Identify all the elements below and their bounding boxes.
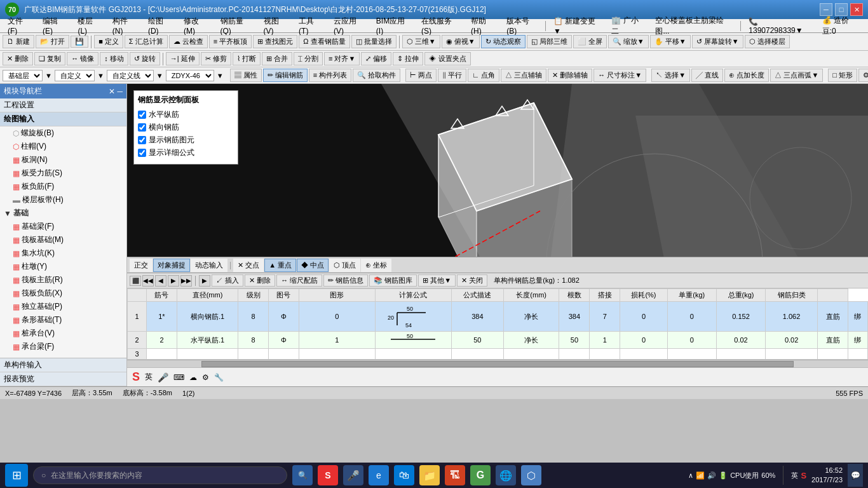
btn-rect[interactable]: □ 矩形 bbox=[828, 69, 857, 82]
btn-trim[interactable]: ✂ 修剪 bbox=[201, 52, 231, 65]
taskbar-icon-app2[interactable]: ⬡ bbox=[521, 465, 541, 485]
taskbar-clock[interactable]: 16:52 2017/7/23 bbox=[811, 466, 843, 485]
h-scrollbar[interactable] bbox=[127, 360, 868, 367]
btn-select-mode[interactable]: ↖ 选择▼ bbox=[651, 69, 690, 82]
btn-parallel[interactable]: ∥ 平行 bbox=[438, 69, 466, 82]
tree-item-strip[interactable]: ▦ 条形基础(T) bbox=[0, 313, 126, 327]
menu-rebar[interactable]: 钢筋量(Q) bbox=[215, 15, 257, 37]
snap-coords[interactable]: ⊕ 坐标 bbox=[361, 259, 391, 272]
snap-object[interactable]: 对象捕捉 bbox=[153, 259, 190, 272]
tree-item-column-cap[interactable]: ⬡ 柱帽(V) bbox=[0, 140, 126, 153]
check-show-element-input[interactable] bbox=[138, 136, 146, 144]
tree-item-floor-band[interactable]: ▬ 楼层板带(H) bbox=[0, 193, 126, 207]
btn-table-prev[interactable]: ◀ bbox=[155, 275, 166, 287]
taskbar-search-box[interactable]: ○ 在这里输入你要搜索的内容 bbox=[33, 466, 287, 484]
menu-gxe[interactable]: 🏢 广小二 bbox=[606, 14, 649, 38]
btn-other[interactable]: ⊞ 其他▼ bbox=[418, 274, 456, 287]
btn-table-last[interactable]: ▶▶ bbox=[180, 275, 192, 287]
btn-part-list[interactable]: ≡ 构件列表 bbox=[309, 69, 351, 82]
btn-delete[interactable]: ✕ 删除 bbox=[3, 52, 33, 65]
btn-find[interactable]: ⊞ 查找图元 bbox=[253, 35, 297, 48]
tree-item-raft-main[interactable]: ▦ 筏板主筋(R) bbox=[0, 273, 126, 287]
btn-break[interactable]: ⌇ 打断 bbox=[233, 52, 261, 65]
btn-zoom[interactable]: 🔍 缩放▼ bbox=[608, 35, 649, 48]
btn-setup-vertex[interactable]: ◈ 设置夹点 bbox=[424, 52, 470, 65]
check-t-rebar-input[interactable] bbox=[138, 123, 146, 132]
snap-center[interactable]: ◆ 中点 bbox=[297, 259, 329, 272]
tree-item-slab-hole[interactable]: ▦ 板洞(N) bbox=[0, 153, 126, 166]
h-scrollbar-thumb[interactable] bbox=[201, 361, 794, 367]
btn-pick-part[interactable]: 🔍 拾取构件 bbox=[353, 69, 400, 82]
btn-three-point-aux[interactable]: △ 三点辅轴 bbox=[501, 69, 546, 82]
btn-table-next[interactable]: ▶ bbox=[168, 275, 179, 287]
menu-new-change[interactable]: 📋 新建变更▼ bbox=[548, 15, 605, 37]
tree-item-spiral[interactable]: ⬡ 螺旋板(B) bbox=[0, 126, 126, 140]
menu-part[interactable]: 构件(N) bbox=[107, 15, 142, 37]
btn-extend[interactable]: →| 延伸 bbox=[166, 52, 200, 65]
tray-up-icon[interactable]: ∧ bbox=[688, 471, 693, 480]
tree-item-isolated[interactable]: ▦ 独立基础(P) bbox=[0, 300, 126, 313]
zdyx-select[interactable]: ZDYX-46 bbox=[166, 70, 214, 81]
menu-version[interactable]: 版本号(B) bbox=[501, 15, 543, 37]
btn-move[interactable]: ↕ 移动 bbox=[100, 52, 128, 65]
snap-vertex[interactable]: ⬡ 顶点 bbox=[329, 259, 360, 272]
menu-file[interactable]: 文件(F) bbox=[3, 15, 36, 37]
tree-item-pile-cap[interactable]: ▦ 桩承台(V) bbox=[0, 327, 126, 340]
table-row[interactable]: 3 bbox=[128, 349, 868, 360]
tree-item-slab-stress[interactable]: ▦ 板受力筋(S) bbox=[0, 166, 126, 180]
taskbar-icon-globe[interactable]: 🌐 bbox=[496, 465, 516, 485]
menu-tools[interactable]: 工具(T) bbox=[294, 15, 327, 37]
btn-define[interactable]: ■ 定义 bbox=[94, 35, 123, 48]
table-row[interactable]: 2 2 水平纵筋.1 8 Φ 1 50 50 bbox=[128, 332, 868, 349]
tree-group-foundation[interactable]: ▼ 基础 bbox=[0, 207, 126, 220]
taskbar-icon-g[interactable]: G bbox=[470, 465, 491, 485]
btn-pan[interactable]: ✋ 平移▼ bbox=[650, 35, 691, 48]
taskbar-icon-store[interactable]: 🛍 bbox=[394, 465, 414, 485]
btn-three-arc[interactable]: △ 三点画弧▼ bbox=[770, 69, 823, 82]
taskbar-icon-sogou[interactable]: S bbox=[318, 465, 338, 485]
btn-new[interactable]: 🗋 新建 bbox=[3, 35, 34, 48]
btn-local-3d[interactable]: ◱ 局部三维 bbox=[527, 35, 572, 48]
check-show-element[interactable]: 显示钢筋图元 bbox=[138, 135, 234, 146]
btn-3d[interactable]: ⬡ 三维▼ bbox=[402, 35, 440, 48]
sidebar-single-part[interactable]: 单构件输入 bbox=[0, 358, 126, 372]
btn-merge[interactable]: ⊞ 合并 bbox=[262, 52, 292, 65]
btn-properties[interactable]: ▤ 属性 bbox=[230, 69, 262, 82]
btn-smart-place[interactable]: ⚙ 智能布置▼ bbox=[858, 69, 868, 82]
btn-level[interactable]: ≡ 平齐板顶 bbox=[209, 35, 252, 48]
btn-table-insert[interactable]: ↙ 插入 bbox=[212, 274, 243, 287]
btn-drag[interactable]: ⇕ 拉伸 bbox=[393, 52, 423, 65]
tree-item-slab-neg[interactable]: ▦ 板负筋(F) bbox=[0, 180, 126, 193]
btn-dim-label[interactable]: ↔ 尺寸标注▼ bbox=[593, 69, 646, 82]
menu-modify[interactable]: 修改(M) bbox=[179, 15, 214, 37]
snap-orthogonal[interactable]: 正交 bbox=[130, 259, 153, 272]
sidebar-close-icon[interactable]: ✕ ─ bbox=[109, 87, 123, 96]
btn-view-mode[interactable]: ◉ 俯视▼ bbox=[442, 35, 480, 48]
btn-edit-rebar[interactable]: ✏ 编辑钢筋 bbox=[263, 69, 308, 82]
menu-draw[interactable]: 绘图(D) bbox=[143, 15, 177, 37]
btn-table-close[interactable]: ✕ 关闭 bbox=[457, 274, 487, 287]
menu-price[interactable]: 💰 造价豆:0 bbox=[817, 14, 865, 38]
table-row[interactable]: 1 1* 横向钢筋.1 8 Φ 0 50 20 bbox=[128, 302, 868, 332]
btn-fullscreen[interactable]: ⬜ 全屏 bbox=[573, 35, 607, 48]
btn-save[interactable]: 💾 bbox=[71, 36, 88, 48]
menu-edit[interactable]: 编辑(E) bbox=[37, 15, 72, 37]
btn-split[interactable]: ⌶ 分割 bbox=[294, 52, 323, 65]
btn-copy[interactable]: ❑ 复制 bbox=[34, 52, 65, 65]
sidebar-nav-draw[interactable]: 绘图输入 bbox=[0, 112, 126, 126]
btn-align[interactable]: ≡ 对齐▼ bbox=[324, 52, 360, 65]
sidebar-nav-project[interactable]: 工程设置 bbox=[0, 98, 126, 112]
btn-dynamic[interactable]: ↻ 动态观察 bbox=[481, 35, 526, 48]
viewport[interactable]: Z X Y 钢筋显示控制面板 水平纵筋 横向钢筋 显示钢筋图元 bbox=[127, 84, 868, 257]
btn-open[interactable]: 📂 打开 bbox=[36, 35, 69, 48]
tree-item-raft[interactable]: ▦ 筏板基础(M) bbox=[0, 233, 126, 247]
btn-angle-point[interactable]: ∟ 点角 bbox=[468, 69, 499, 82]
snap-dynamic-input[interactable]: 动态输入 bbox=[191, 259, 227, 272]
menu-floor[interactable]: 楼层(L) bbox=[72, 15, 105, 37]
tree-item-cap-beam[interactable]: ▦ 承台梁(F) bbox=[0, 340, 126, 353]
btn-add-length[interactable]: ⊕ 点加长度 bbox=[724, 69, 769, 82]
notification-button[interactable]: 💬 bbox=[848, 464, 863, 487]
check-show-formula-input[interactable] bbox=[138, 149, 146, 157]
btn-cloud-check[interactable]: ☁ 云检查 bbox=[169, 35, 208, 48]
menu-online[interactable]: 在线服务(S) bbox=[416, 15, 465, 37]
